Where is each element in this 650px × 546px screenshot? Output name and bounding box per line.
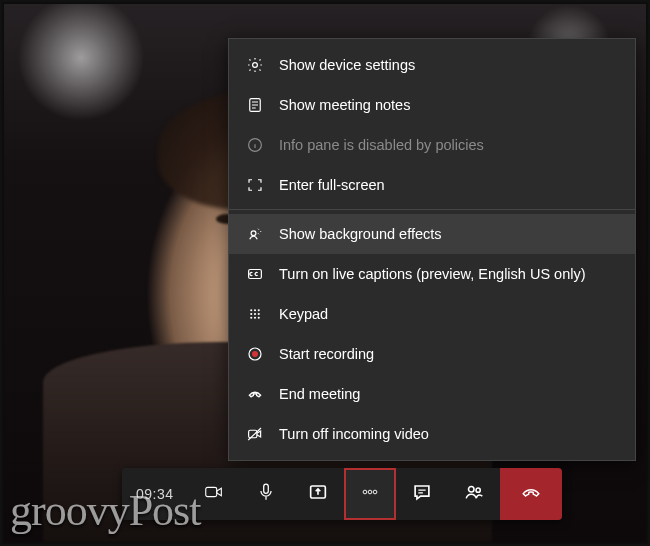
svg-rect-18: [263, 484, 268, 493]
menu-item-label: Show device settings: [279, 57, 415, 73]
more-icon: [359, 481, 381, 507]
menu-item-label: Enter full-screen: [279, 177, 385, 193]
svg-point-8: [250, 313, 252, 315]
menu-item-label: Turn off incoming video: [279, 426, 429, 442]
menu-item-label: Show meeting notes: [279, 97, 410, 113]
captions-icon: [245, 264, 265, 284]
end-meeting-icon: [245, 384, 265, 404]
menu-item-label: Keypad: [279, 306, 328, 322]
keypad-icon: [245, 304, 265, 324]
hangup-button[interactable]: [500, 468, 562, 520]
call-duration: 09:34: [122, 468, 188, 520]
svg-point-12: [254, 317, 256, 319]
svg-point-0: [253, 63, 258, 68]
svg-rect-16: [249, 430, 257, 438]
svg-point-21: [368, 490, 372, 494]
svg-point-6: [254, 309, 256, 311]
menu-item-meeting-notes[interactable]: Show meeting notes: [229, 85, 635, 125]
background-effects-icon: [245, 224, 265, 244]
svg-point-23: [468, 487, 474, 493]
svg-point-7: [258, 309, 260, 311]
menu-item-label: Show background effects: [279, 226, 442, 242]
menu-separator: [229, 209, 635, 210]
video-off-icon: [245, 424, 265, 444]
svg-point-5: [250, 309, 252, 311]
record-icon: [245, 344, 265, 364]
mic-icon: [255, 481, 277, 507]
svg-point-22: [373, 490, 377, 494]
chat-button[interactable]: [396, 468, 448, 520]
more-button[interactable]: [344, 468, 396, 520]
notes-icon: [245, 95, 265, 115]
share-icon: [307, 481, 329, 507]
svg-point-24: [476, 488, 480, 492]
svg-point-9: [254, 313, 256, 315]
camera-button[interactable]: [188, 468, 240, 520]
camera-icon: [203, 481, 225, 507]
call-toolbar: 09:34: [122, 468, 562, 520]
app-frame: Show device settings Show meeting notes …: [0, 0, 650, 546]
menu-item-end-meeting[interactable]: End meeting: [229, 374, 635, 414]
svg-point-3: [251, 231, 256, 236]
menu-item-fullscreen[interactable]: Enter full-screen: [229, 165, 635, 205]
people-icon: [463, 481, 485, 507]
menu-item-live-captions[interactable]: Turn on live captions (preview, English …: [229, 254, 635, 294]
svg-point-13: [258, 317, 260, 319]
menu-item-label: Start recording: [279, 346, 374, 362]
hangup-icon: [520, 481, 542, 507]
svg-rect-17: [205, 487, 216, 496]
more-actions-menu: Show device settings Show meeting notes …: [228, 38, 636, 461]
menu-item-device-settings[interactable]: Show device settings: [229, 45, 635, 85]
svg-point-20: [363, 490, 367, 494]
svg-point-10: [258, 313, 260, 315]
menu-item-keypad[interactable]: Keypad: [229, 294, 635, 334]
menu-item-background-effects[interactable]: Show background effects: [229, 214, 635, 254]
chat-icon: [411, 481, 433, 507]
info-icon: [245, 135, 265, 155]
menu-item-label: End meeting: [279, 386, 360, 402]
menu-item-label: Info pane is disabled by policies: [279, 137, 484, 153]
svg-point-11: [250, 317, 252, 319]
menu-item-turn-off-incoming-video[interactable]: Turn off incoming video: [229, 414, 635, 454]
fullscreen-icon: [245, 175, 265, 195]
menu-item-info-pane: Info pane is disabled by policies: [229, 125, 635, 165]
svg-point-15: [252, 351, 258, 357]
menu-item-start-recording[interactable]: Start recording: [229, 334, 635, 374]
mic-button[interactable]: [240, 468, 292, 520]
gear-icon: [245, 55, 265, 75]
menu-item-label: Turn on live captions (preview, English …: [279, 266, 586, 282]
share-button[interactable]: [292, 468, 344, 520]
people-button[interactable]: [448, 468, 500, 520]
